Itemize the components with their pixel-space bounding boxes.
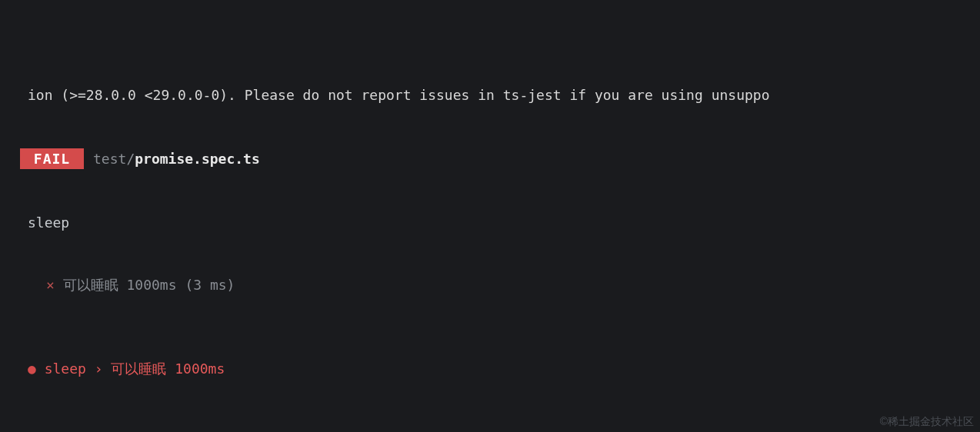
bullet-icon: ● [28,361,36,377]
watermark: ©稀土掘金技术社区 [880,414,974,430]
test-duration: (3 ms) [185,277,235,293]
fail-badge: FAIL [20,148,84,169]
test-path-dir: test/ [93,148,135,169]
fail-status-row: FAIL test/promise.spec.ts [0,148,980,169]
test-path-file: promise.spec.ts [135,148,260,169]
fail-test: 可以睡眠 1000ms [111,361,225,377]
test-title: 可以睡眠 1000ms [63,277,177,293]
test-result-line: × 可以睡眠 1000ms (3 ms) [0,274,980,295]
fail-suite: sleep [45,361,86,377]
version-warning: ion (>=28.0.0 <29.0.0-0). Please do not … [0,85,980,105]
cross-icon: × [46,277,55,293]
fail-separator: › [86,361,112,377]
suite-name: sleep [0,212,980,233]
failure-header: ● sleep › 可以睡眠 1000ms [0,358,980,379]
